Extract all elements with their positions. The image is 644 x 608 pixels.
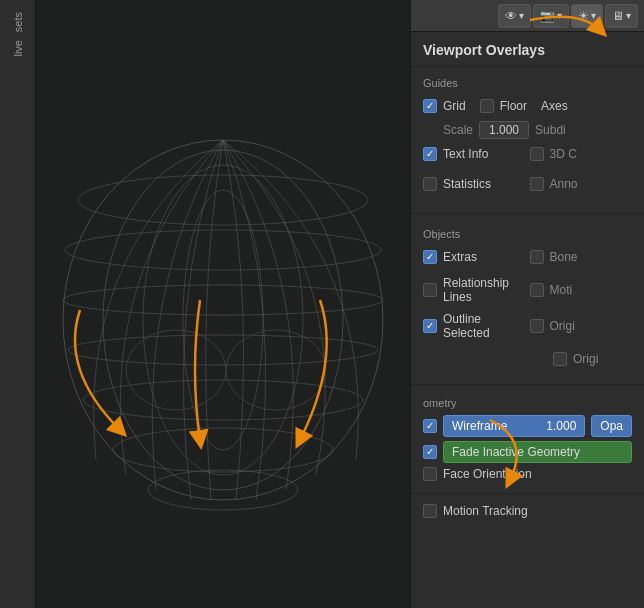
outline-selected-label: Outline Selected <box>443 312 526 340</box>
extras-checkbox[interactable] <box>423 250 437 264</box>
live-label: live <box>12 40 24 57</box>
panel-title: Viewport Overlays <box>411 32 644 67</box>
viewport-shading-btn[interactable]: 👁 ▾ <box>498 4 531 28</box>
guides-title: Guides <box>423 77 632 89</box>
fade-inactive-checkbox[interactable] <box>423 445 437 459</box>
overlays-btn[interactable]: ☀ ▾ <box>571 4 603 28</box>
floor-checkbox[interactable] <box>480 99 494 113</box>
wireframe-checkbox[interactable] <box>423 419 437 433</box>
outline-selected-checkbox[interactable] <box>423 319 437 333</box>
origi1-checkbox[interactable] <box>530 319 544 333</box>
motion-tracking-label: Motion Tracking <box>443 504 528 518</box>
face-orientation-label: Face Orientation <box>443 467 532 481</box>
text-info-row: Text Info 3D C <box>423 143 632 169</box>
bone-checkbox[interactable] <box>530 250 544 264</box>
render-btn[interactable]: 📷 ▾ <box>533 4 569 28</box>
mesh-view <box>36 0 410 608</box>
origi1-label: Origi <box>550 319 575 333</box>
geometry-title: ometry <box>423 397 632 409</box>
anno-checkbox[interactable] <box>530 177 544 191</box>
panel-toolbar: 👁 ▾ 📷 ▾ ☀ ▾ 🖥 ▾ <box>411 0 644 32</box>
wireframe-label: Wireframe <box>452 419 507 433</box>
opa-button[interactable]: Opa <box>591 415 632 437</box>
geometry-section: ometry Wireframe 1.000 Opa Fade Inactive… <box>411 389 644 489</box>
outline-selected-row: Outline Selected Origi <box>423 312 632 344</box>
grid-checkbox[interactable] <box>423 99 437 113</box>
objects-section: Objects Extras Bone Relationship Lines M… <box>411 218 644 380</box>
grid-label: Grid <box>443 99 466 113</box>
guides-section: Guides Grid Floor Axes Scale 1.000 Subdi… <box>411 67 644 209</box>
scale-row: Scale 1.000 Subdi <box>423 121 632 139</box>
anno-label: Anno <box>550 177 578 191</box>
svg-rect-0 <box>36 0 410 608</box>
bone-label: Bone <box>550 250 578 264</box>
statistics-label: Statistics <box>443 177 491 191</box>
wireframe-field[interactable]: Wireframe 1.000 <box>443 415 585 437</box>
origi2-row: Origi <box>553 348 632 370</box>
subdi-label: Subdi <box>535 123 566 137</box>
statistics-checkbox[interactable] <box>423 177 437 191</box>
wireframe-row: Wireframe 1.000 Opa <box>423 415 632 437</box>
face-orientation-row: Face Orientation <box>423 467 632 481</box>
statistics-row: Statistics Anno <box>423 173 632 199</box>
relationship-lines-checkbox[interactable] <box>423 283 437 297</box>
fade-inactive-label: Fade Inactive Geometry <box>452 445 580 459</box>
sets-label: sets <box>12 12 24 32</box>
grid-row: Grid Floor Axes <box>423 95 632 117</box>
text-info-label: Text Info <box>443 147 488 161</box>
viewport <box>36 0 410 608</box>
scale-value[interactable]: 1.000 <box>479 121 529 139</box>
motion-tracking-row: Motion Tracking <box>423 504 632 518</box>
motion-tracking-checkbox[interactable] <box>423 504 437 518</box>
text-info-checkbox[interactable] <box>423 147 437 161</box>
origi2-checkbox[interactable] <box>553 352 567 366</box>
objects-title: Objects <box>423 228 632 240</box>
relationship-lines-row: Relationship Lines Moti <box>423 276 632 308</box>
scale-label: Scale <box>443 123 473 137</box>
left-sidebar: sets live <box>0 0 36 608</box>
extras-label: Extras <box>443 250 477 264</box>
three-d-c-checkbox[interactable] <box>530 147 544 161</box>
three-d-c-label: 3D C <box>550 147 577 161</box>
screen-btn[interactable]: 🖥 ▾ <box>605 4 638 28</box>
extras-row: Extras Bone <box>423 246 632 272</box>
wireframe-value: 1.000 <box>546 419 576 433</box>
motion-tracking-section: Motion Tracking <box>411 498 644 528</box>
viewport-overlays-panel: 👁 ▾ 📷 ▾ ☀ ▾ 🖥 ▾ Viewport Overlays Guides… <box>410 0 644 608</box>
fade-inactive-row: Fade Inactive Geometry <box>423 441 632 463</box>
relationship-lines-label: Relationship Lines <box>443 276 526 304</box>
moti-checkbox[interactable] <box>530 283 544 297</box>
face-orientation-checkbox[interactable] <box>423 467 437 481</box>
floor-label: Floor <box>500 99 527 113</box>
moti-label: Moti <box>550 283 573 297</box>
fade-inactive-field[interactable]: Fade Inactive Geometry <box>443 441 632 463</box>
axes-label: Axes <box>541 99 568 113</box>
origi2-label: Origi <box>573 352 598 366</box>
